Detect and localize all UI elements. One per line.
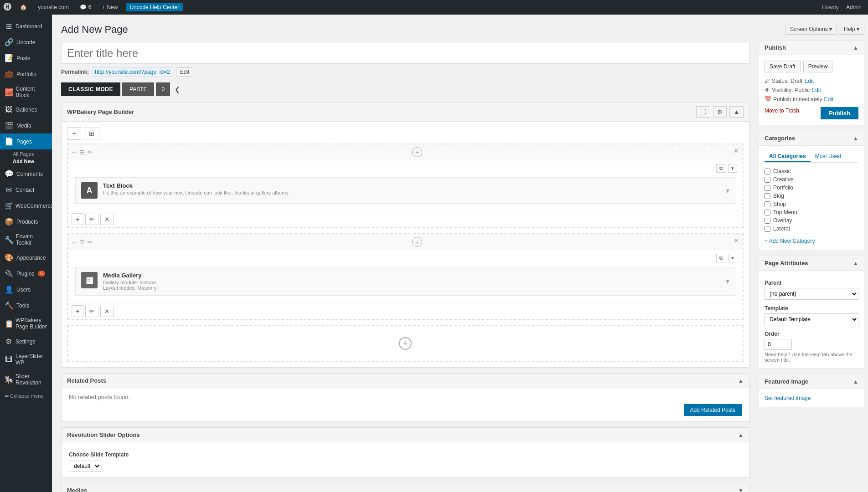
add-element-button[interactable]: + — [67, 127, 81, 140]
row-1-move-icon[interactable]: ⊹ — [72, 149, 77, 156]
save-draft-button[interactable]: Save Draft — [765, 61, 801, 72]
related-posts-header[interactable]: Related Posts ▲ — [62, 374, 749, 388]
sidebar-item-uncode[interactable]: 🔗 Uncode — [0, 34, 52, 50]
category-overlay-checkbox[interactable] — [765, 218, 770, 224]
row-2-footer-edit[interactable]: ✏ — [85, 306, 98, 317]
sidebar-item-appearance[interactable]: 🎨 Appearance — [0, 250, 52, 266]
sidebar-item-slider-revolution[interactable]: 🎠 Slider Revolution — [0, 369, 52, 390]
comments-icon[interactable]: 💬 6 — [77, 4, 94, 10]
set-featured-image-link[interactable]: Set featured image — [765, 395, 811, 401]
wpbakery-collapse-button[interactable]: ▲ — [729, 106, 744, 118]
page-title-input[interactable] — [61, 43, 749, 64]
sidebar-item-envato[interactable]: 🔧 Envato Toolkit — [0, 230, 52, 250]
row-2-copy-button[interactable]: ⧉ — [716, 254, 726, 262]
sidebar-item-tools[interactable]: 🔨 Tools — [0, 297, 52, 313]
row-1-more-button[interactable]: ▾ — [728, 164, 737, 173]
publish-button[interactable]: Publish — [821, 107, 858, 119]
media-gallery-more-icon[interactable]: ▾ — [726, 277, 729, 286]
revolution-slider-header[interactable]: Revolution Slider Options ▲ — [62, 428, 749, 442]
row-1-copy-button[interactable]: ⧉ — [716, 164, 726, 173]
sidebar-item-settings[interactable]: ⚙ Settings — [0, 333, 52, 349]
sidebar-item-comments[interactable]: 💬 Comments — [0, 166, 52, 182]
sidebar-item-dashboard[interactable]: ⊞ Dashboard — [0, 18, 52, 34]
permalink-edit-button[interactable]: Edit — [176, 67, 194, 77]
preview-button[interactable]: Preview — [803, 61, 833, 72]
text-block-more-icon[interactable]: ▾ — [726, 186, 729, 195]
visibility-label: Visibility: — [772, 87, 793, 93]
publish-time-edit-link[interactable]: Edit — [824, 96, 833, 102]
paste-button[interactable]: PASTE — [122, 82, 154, 96]
vc-row-2-header: ⊹ ☰ ✏ + ✕ — [68, 234, 743, 250]
revolution-slider-select-row: default — [69, 461, 742, 472]
help-button[interactable]: Help ▾ — [839, 24, 864, 35]
category-classic-checkbox[interactable] — [765, 169, 770, 174]
row-1-menu-icon[interactable]: ☰ — [79, 149, 85, 156]
row-1-footer-add[interactable]: + — [72, 213, 83, 225]
tab-all-categories[interactable]: All Categories — [765, 151, 811, 162]
category-shop-checkbox[interactable] — [765, 201, 770, 207]
move-to-trash-link[interactable]: Move to Trash — [765, 108, 799, 114]
add-related-posts-button[interactable]: Add Related Posts — [684, 404, 742, 416]
sidebar-item-plugins[interactable]: 🔌 Plugins 6 — [0, 266, 52, 282]
row-2-footer-delete[interactable]: ✕ — [100, 306, 114, 317]
row-2-add-element-btn[interactable]: + — [412, 237, 422, 247]
sidebar-item-woocommerce[interactable]: 🛒 WooCommerce — [0, 198, 52, 214]
sidebar-item-content-block[interactable]: 🧱 Content Block — [0, 82, 52, 102]
add-row-plus-btn[interactable]: + — [399, 337, 412, 350]
sidebar-item-wpbakery[interactable]: 📋 WPBakery Page Builder — [0, 313, 52, 333]
row-2-edit-icon[interactable]: ✏ — [88, 239, 93, 246]
category-portfolio-checkbox[interactable] — [765, 185, 770, 191]
row-1-edit-icon[interactable]: ✏ — [88, 149, 93, 156]
row-2-move-icon[interactable]: ⊹ — [72, 239, 77, 246]
wpbakery-settings-button[interactable]: ⚙ — [713, 106, 727, 118]
sidebar-item-pages[interactable]: 📄 Pages — [0, 133, 52, 149]
page-attributes-title: Page Attributes — [765, 260, 808, 266]
row-1-footer-edit[interactable]: ✏ — [85, 214, 98, 225]
username[interactable]: Admin — [843, 4, 864, 10]
sidebar-item-products[interactable]: 📦 Products — [0, 214, 52, 230]
visibility-edit-link[interactable]: Edit — [811, 87, 821, 93]
screen-options-button[interactable]: Screen Options ▾ — [785, 24, 837, 35]
help-center-link[interactable]: Uncode Help Center — [126, 3, 183, 11]
all-pages-link[interactable]: All Pages — [13, 150, 47, 158]
sidebar-item-users[interactable]: 👤 Users — [0, 282, 52, 297]
row-2-menu-icon[interactable]: ☰ — [79, 239, 85, 246]
add-new-category-link[interactable]: + Add New Category — [765, 238, 815, 244]
sidebar-item-layerslider[interactable]: 🎞 LayerSlider WP — [0, 349, 52, 369]
medias-header[interactable]: Medias ▼ — [62, 483, 749, 492]
status-edit-link[interactable]: Edit — [804, 78, 814, 84]
add-new-page-link[interactable]: Add New — [13, 158, 47, 165]
new-content-btn[interactable]: + New — [99, 4, 120, 10]
row-2-footer-add[interactable]: + — [72, 305, 83, 317]
sidebar-item-portfolio[interactable]: 💼 Portfolio — [0, 66, 52, 82]
home-link[interactable]: 🏠 — [17, 4, 30, 10]
sidebar-item-posts[interactable]: 📝 Posts — [0, 50, 52, 66]
add-new-row-area[interactable]: + — [67, 325, 744, 362]
revolution-slider-select[interactable]: default — [69, 461, 101, 472]
classic-mode-button[interactable]: CLASSIC MODE — [61, 82, 120, 96]
arrow-button[interactable]: ❮ — [172, 82, 183, 97]
row-1-footer-delete[interactable]: ✕ — [100, 214, 114, 225]
add-layout-button[interactable]: ⊞ — [84, 128, 99, 139]
category-top-menu-checkbox[interactable] — [765, 210, 770, 215]
site-url[interactable]: yoursite.com — [35, 4, 72, 10]
category-lateral-checkbox[interactable] — [765, 226, 770, 232]
sidebar-item-galleries[interactable]: 🖼 Galleries — [0, 102, 52, 118]
sidebar-label-products: Products — [16, 219, 38, 225]
row-1-add-element-btn[interactable]: + — [412, 147, 422, 157]
category-blog-checkbox[interactable] — [765, 193, 770, 199]
row-1-close-button[interactable]: ✕ — [734, 147, 739, 154]
sidebar-item-contact[interactable]: ✉ Contact — [0, 182, 52, 198]
template-select[interactable]: Default Template — [765, 313, 858, 325]
sidebar-item-media[interactable]: 🎬 Media — [0, 118, 52, 133]
row-2-close-button[interactable]: ✕ — [734, 237, 739, 244]
parent-select[interactable]: (no parent) — [765, 288, 858, 300]
zero-button[interactable]: 0 — [156, 82, 170, 96]
plugins-badge: 6 — [38, 271, 45, 277]
row-2-more-button[interactable]: ▾ — [728, 254, 737, 262]
order-input[interactable] — [765, 339, 792, 350]
collapse-menu-btn[interactable]: ⬅ Collapse menu — [0, 390, 52, 403]
tab-most-used[interactable]: Most Used — [811, 151, 846, 162]
category-creative-checkbox[interactable] — [765, 177, 770, 183]
fullscreen-button[interactable]: ⛶ — [696, 106, 710, 118]
